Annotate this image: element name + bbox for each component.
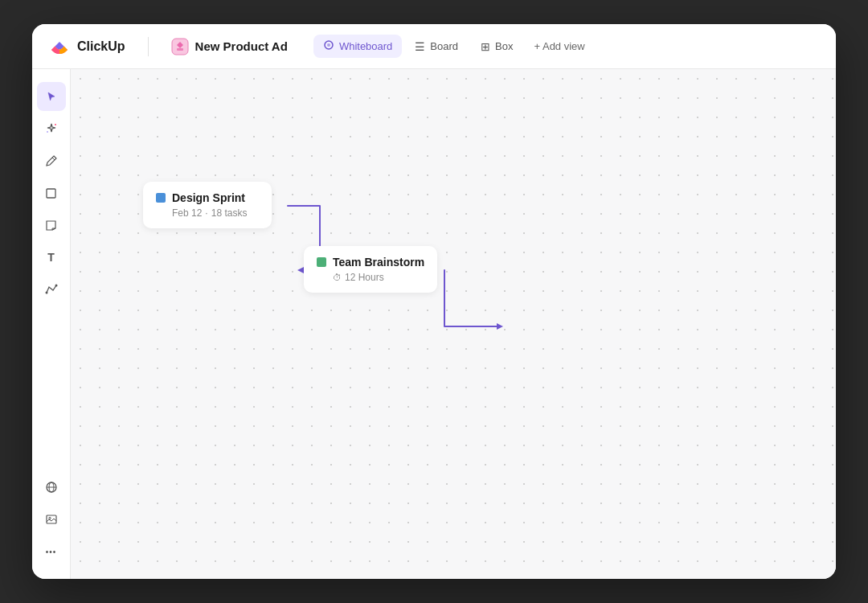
logo-area[interactable]: ClickUp	[48, 35, 125, 58]
tool-cursor[interactable]	[37, 82, 66, 111]
app-window: ClickUp New Product Ad Whiteboard	[32, 24, 836, 579]
tool-image[interactable]	[37, 505, 66, 534]
design-sprint-date: Feb 12	[172, 207, 202, 219]
main-content: T	[32, 69, 836, 579]
tool-magic[interactable]	[37, 114, 66, 143]
svg-marker-14	[497, 323, 503, 330]
project-title-area[interactable]: New Product Ad	[171, 38, 288, 55]
add-view-label: + Add view	[534, 40, 584, 52]
design-sprint-title: Design Sprint	[172, 191, 245, 204]
header-divider	[148, 37, 149, 56]
card-team-brainstorm-header: Team Brainstorm	[317, 256, 424, 269]
clickup-logo-icon	[48, 35, 71, 58]
tab-whiteboard[interactable]: Whiteboard	[313, 35, 402, 58]
add-view-button[interactable]: + Add view	[526, 35, 592, 57]
team-brainstorm-hours: 12 Hours	[345, 272, 384, 283]
toolbar: T	[32, 69, 71, 579]
tool-note[interactable]	[37, 211, 66, 240]
tab-box[interactable]: ⊞ Box	[471, 35, 522, 58]
tool-text[interactable]: T	[37, 243, 66, 272]
svg-point-8	[55, 285, 57, 287]
design-sprint-dot	[156, 193, 166, 203]
tab-whiteboard-label: Whiteboard	[339, 40, 392, 52]
logo-text: ClickUp	[77, 39, 125, 54]
nav-tabs: Whiteboard ☰ Board ⊞ Box + Add view	[313, 35, 593, 58]
card-design-sprint-header: Design Sprint	[156, 191, 259, 204]
team-brainstorm-meta: ⏱ 12 Hours	[333, 272, 424, 283]
connector-svg	[71, 69, 836, 579]
svg-marker-13	[297, 267, 304, 273]
text-tool-label: T	[47, 251, 55, 264]
design-sprint-tasks: 18 tasks	[211, 207, 248, 219]
svg-point-3	[327, 43, 330, 47]
svg-point-4	[55, 124, 56, 125]
project-title: New Product Ad	[195, 39, 288, 53]
board-icon: ☰	[415, 40, 425, 53]
team-brainstorm-dot	[317, 257, 326, 267]
design-sprint-meta: Feb 12 · 18 tasks	[172, 207, 259, 219]
tool-globe[interactable]	[37, 473, 66, 502]
tab-board-label: Board	[430, 40, 458, 52]
tool-pen[interactable]	[37, 146, 66, 175]
whiteboard-icon	[323, 39, 334, 53]
svg-rect-1	[177, 48, 183, 51]
svg-rect-6	[47, 189, 55, 198]
svg-point-12	[48, 517, 50, 519]
project-icon	[171, 38, 189, 55]
header: ClickUp New Product Ad Whiteboard	[32, 24, 836, 69]
more-dots: •••	[46, 548, 57, 556]
box-icon: ⊞	[481, 40, 490, 53]
svg-point-7	[45, 292, 47, 294]
card-team-brainstorm[interactable]: Team Brainstorm ⏱ 12 Hours	[304, 246, 437, 293]
card-design-sprint[interactable]: Design Sprint Feb 12 · 18 tasks	[143, 182, 272, 228]
tab-board[interactable]: ☰ Board	[405, 35, 468, 58]
whiteboard-canvas[interactable]: Design Sprint Feb 12 · 18 tasks Team Bra…	[71, 69, 836, 579]
tool-shape[interactable]	[37, 178, 66, 207]
team-brainstorm-icon: ⏱	[333, 273, 342, 282]
tab-box-label: Box	[495, 40, 513, 52]
svg-point-5	[47, 131, 48, 133]
design-sprint-separator: ·	[205, 207, 207, 219]
tool-connector[interactable]	[37, 275, 66, 304]
team-brainstorm-title: Team Brainstorm	[333, 256, 424, 269]
tool-more[interactable]: •••	[37, 537, 66, 566]
